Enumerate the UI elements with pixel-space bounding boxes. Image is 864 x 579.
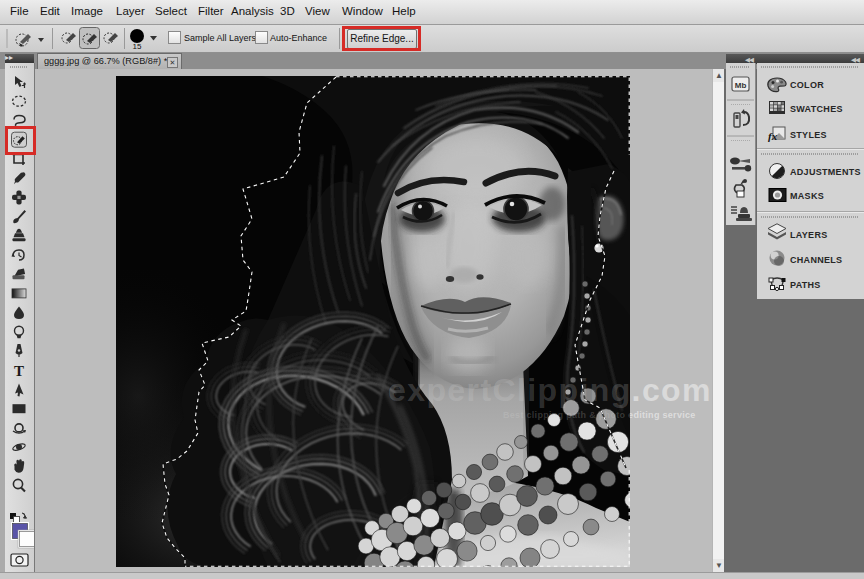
svg-text:T: T (14, 363, 24, 379)
svg-text:15: 15 (133, 42, 142, 51)
svg-text:fx: fx (768, 130, 778, 142)
svg-text:Mb: Mb (735, 81, 747, 90)
